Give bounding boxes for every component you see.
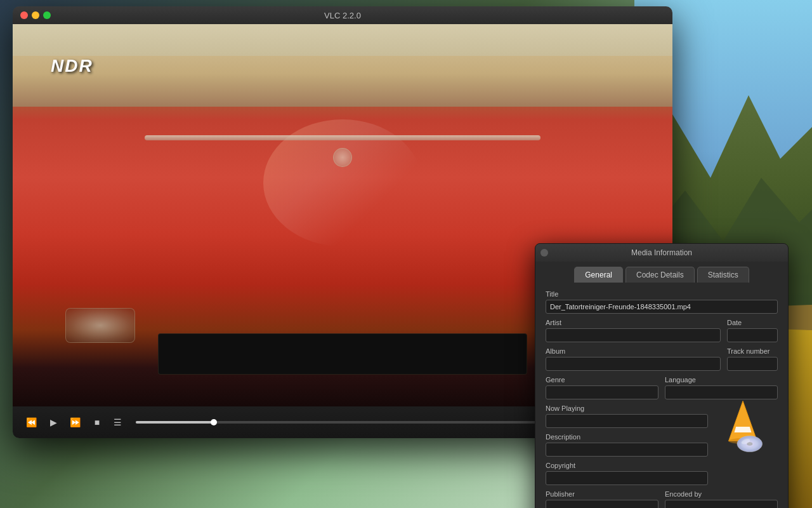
artist-date-row: Artist Date: [546, 319, 778, 342]
description-input[interactable]: [546, 443, 708, 457]
media-info-dialog: Media Information General Codec Details …: [535, 243, 789, 508]
title-input[interactable]: [546, 300, 778, 314]
chrome-strip: [145, 135, 540, 140]
now-playing-input[interactable]: [546, 414, 708, 428]
encoded-by-group: Encoded by: [665, 490, 778, 508]
vlc-icon-container: [714, 398, 778, 458]
playlist-button[interactable]: ☰: [110, 415, 126, 430]
rewind-button[interactable]: ⏪: [22, 415, 41, 430]
play-button[interactable]: ▶: [46, 415, 61, 430]
dialog-tabs: General Codec Details Statistics: [535, 262, 788, 283]
genre-language-row: Genre Language: [546, 376, 778, 399]
progress-fill: [136, 421, 214, 424]
tab-general[interactable]: General: [574, 267, 623, 283]
publisher-label: Publisher: [546, 490, 658, 498]
copyright-label: Copyright: [546, 462, 708, 469]
stop-button[interactable]: ■: [89, 415, 105, 430]
artist-label: Artist: [546, 319, 721, 326]
vlc-cone-icon: [714, 398, 771, 455]
tab-codec-details[interactable]: Codec Details: [625, 267, 695, 283]
minimize-button[interactable]: [32, 11, 39, 19]
window-controls: [20, 11, 51, 19]
tab-statistics[interactable]: Statistics: [697, 267, 749, 283]
desktop: VLC 2.2.0 NDR: [0, 0, 812, 508]
genre-label: Genre: [546, 376, 658, 384]
dialog-title: Media Information: [631, 248, 692, 257]
svg-marker-6: [735, 427, 752, 432]
headlight-left: [65, 308, 135, 343]
svg-marker-5: [729, 401, 757, 441]
lower-section: Now Playing Description Copyright: [546, 404, 778, 485]
close-button[interactable]: [20, 11, 28, 19]
publisher-group: Publisher: [546, 490, 658, 508]
title-row: Title: [546, 290, 778, 314]
dialog-close-button[interactable]: [540, 249, 548, 257]
track-number-label: Track number: [727, 347, 778, 355]
date-group: Date: [727, 319, 778, 342]
progress-indicator: [211, 419, 217, 425]
dialog-title-bar: Media Information: [535, 244, 788, 262]
album-label: Album: [546, 347, 721, 355]
title-label: Title: [546, 290, 778, 298]
car-grille: [158, 333, 527, 375]
date-input[interactable]: [727, 328, 778, 342]
encoded-by-input[interactable]: [665, 500, 778, 508]
language-group: Language: [665, 376, 778, 399]
genre-group: Genre: [546, 376, 658, 399]
dialog-form-content: Title Artist Date Album: [535, 283, 788, 508]
genre-input[interactable]: [546, 385, 658, 399]
track-number-group: Track number: [727, 347, 778, 371]
publisher-encoded-row: Publisher Encoded by: [546, 490, 778, 508]
window-title: VLC 2.2.0: [324, 11, 361, 20]
copyright-input[interactable]: [546, 471, 708, 485]
track-number-input[interactable]: [727, 357, 778, 371]
album-group: Album: [546, 347, 721, 371]
sky-bg: [13, 24, 672, 56]
artist-group: Artist: [546, 319, 721, 342]
artist-input[interactable]: [546, 328, 721, 342]
language-input[interactable]: [665, 385, 778, 399]
publisher-input[interactable]: [546, 500, 658, 508]
description-label: Description: [546, 433, 708, 441]
ndr-logo: NDR: [51, 56, 93, 76]
fast-forward-button[interactable]: ⏩: [66, 415, 84, 430]
language-label: Language: [665, 376, 778, 384]
date-label: Date: [727, 319, 778, 326]
album-track-row: Album Track number: [546, 347, 778, 371]
maximize-button[interactable]: [43, 11, 51, 19]
car-emblem: [333, 148, 352, 167]
title-bar: VLC 2.2.0: [13, 6, 672, 24]
encoded-by-label: Encoded by: [665, 490, 778, 498]
copyright-row: Copyright: [546, 462, 778, 485]
album-input[interactable]: [546, 357, 721, 371]
now-playing-label: Now Playing: [546, 404, 708, 412]
